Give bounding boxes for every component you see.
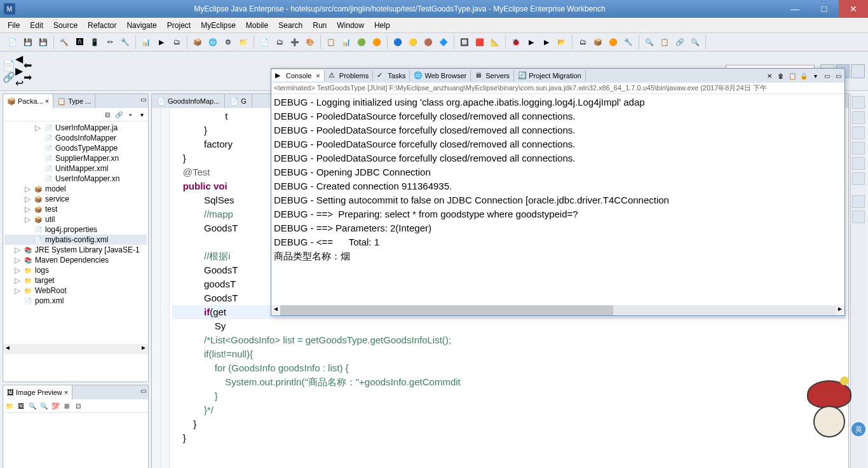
expand-icon[interactable]: ▷ (25, 184, 31, 193)
tool-icon[interactable]: 📄 (257, 35, 271, 49)
link-editor-icon[interactable]: 🔗 (114, 109, 124, 120)
tool-icon[interactable]: ⚙ (221, 35, 235, 49)
tool-icon[interactable]: 🗂 (170, 35, 184, 49)
tool-icon[interactable]: 🟡 (406, 35, 420, 49)
tool-icon[interactable]: 📊 (339, 35, 353, 49)
expand-icon[interactable]: ▷ (15, 266, 21, 275)
tree-scrollbar[interactable]: ◄► (3, 344, 148, 354)
tool-icon[interactable]: 🟥 (473, 35, 487, 49)
package-tree[interactable]: ▷📄UserInfoMapper.ja 📄GoodsInfoMapper 📄Go… (3, 121, 148, 344)
new-button[interactable]: 📄 (6, 35, 20, 49)
tree-item[interactable]: 📄pom.xml (4, 296, 147, 306)
tree-item[interactable]: 📄mybatis-config.xml (4, 235, 147, 245)
package-icon[interactable]: 📦 (191, 35, 205, 49)
tree-item[interactable]: 📄log4j.properties (4, 224, 147, 235)
editor-gutter[interactable] (152, 108, 170, 468)
tab-console[interactable]: ▶Console× (271, 70, 325, 81)
pencil-icon[interactable]: ✏ (103, 35, 117, 49)
tree-item[interactable]: 📄UserInfoMapper.xn (4, 174, 147, 184)
tree-item[interactable]: ▷📚Maven Dependencies (4, 255, 147, 265)
tool-icon[interactable]: 📄 (3, 59, 15, 71)
tool-icon[interactable]: 🔨 (57, 35, 71, 49)
tool-icon[interactable]: 📋 (658, 35, 672, 49)
tool-icon[interactable]: 🟤 (421, 35, 435, 49)
tree-item[interactable]: 📄SupplierMapper.xn (4, 153, 147, 163)
expand-icon[interactable]: ▷ (15, 286, 21, 295)
minimize-button[interactable]: — (780, 0, 810, 18)
perspective-button[interactable] (851, 64, 865, 78)
expand-icon[interactable]: ▷ (15, 245, 21, 254)
tool-icon[interactable]: ▶ (15, 65, 24, 77)
minimize-view-icon[interactable]: ▭ (138, 385, 148, 396)
tool-icon[interactable]: 🟢 (355, 35, 369, 49)
tree-item[interactable]: ▷📦service (4, 194, 147, 204)
tool-icon[interactable]: 🔍 (688, 35, 702, 49)
tool-icon[interactable]: 📁 (236, 35, 250, 49)
tab-servers[interactable]: 🖥Servers (471, 70, 514, 81)
tab-type-hierarchy[interactable]: 📋 Type ... (53, 94, 95, 108)
tool-icon[interactable]: 📦 (591, 35, 605, 49)
maximize-button[interactable]: □ (810, 0, 839, 18)
menu-project[interactable]: Project (162, 20, 196, 31)
close-icon[interactable]: × (45, 97, 49, 105)
console-tool-icon[interactable]: 🔒 (799, 71, 809, 81)
save-all-button[interactable]: 💾 (36, 35, 50, 49)
minimize-view-icon[interactable]: ▭ (138, 94, 148, 104)
tool-icon[interactable]: ▶ (539, 35, 553, 49)
menu-source[interactable]: Source (48, 20, 83, 31)
console-tool-icon[interactable]: 📋 (787, 71, 797, 81)
zoom-out-icon[interactable]: 🔍 (39, 401, 49, 411)
console-output[interactable]: DEBUG - Logging initialized using 'class… (271, 94, 844, 305)
tab-tasks[interactable]: ✓Tasks (373, 70, 410, 81)
tool-icon[interactable]: ↩ (15, 77, 24, 89)
zoom-100-icon[interactable]: 💯 (50, 401, 60, 411)
close-button[interactable]: ✕ (839, 0, 868, 18)
close-icon[interactable]: × (64, 389, 68, 396)
console-scrollbar[interactable]: ◄ ► (271, 305, 844, 315)
right-tool-icon[interactable] (852, 172, 865, 185)
menu-refactor[interactable]: Refactor (83, 20, 121, 31)
tool-icon[interactable]: ◀ (15, 53, 24, 65)
expand-icon[interactable]: ▷ (15, 256, 21, 265)
tool-icon[interactable]: 🟠 (606, 35, 620, 49)
save-button[interactable]: 💾 (21, 35, 35, 49)
menu-myeclipse[interactable]: MyEclipse (196, 20, 241, 31)
editor-tab[interactable]: 📄 GoodsInfoMap... (152, 94, 225, 108)
menu-help[interactable]: Help (369, 20, 395, 31)
tree-item[interactable]: ▷📄UserInfoMapper.ja (4, 123, 147, 133)
menu-icon[interactable]: ▾ (137, 109, 147, 120)
right-tool-icon[interactable] (852, 96, 865, 109)
tool-icon[interactable]: 🖼 (16, 401, 26, 411)
menu-edit[interactable]: Edit (25, 20, 48, 31)
tab-problems[interactable]: ⚠Problems (325, 70, 373, 81)
tool-icon[interactable]: 🎨 (303, 35, 317, 49)
tool-icon[interactable]: 🗂 (576, 35, 590, 49)
expand-icon[interactable]: ▷ (35, 123, 41, 132)
tool-icon[interactable]: 🔵 (391, 35, 405, 49)
back-button[interactable]: ⬅ (24, 59, 32, 71)
tree-item[interactable]: 📄GoodsInfoMapper (4, 133, 147, 143)
expand-icon[interactable]: ▷ (25, 195, 31, 203)
tab-project-migration[interactable]: 🔄Project Migration (514, 70, 586, 81)
tool-icon[interactable]: 📐 (488, 35, 502, 49)
tool-icon[interactable]: 🔲 (458, 35, 471, 49)
tool-icon[interactable]: 🔗 (673, 35, 687, 49)
right-tool-icon[interactable] (852, 210, 865, 223)
tool-icon[interactable]: 📋 (324, 35, 338, 49)
tool-icon[interactable]: 🟠 (370, 35, 384, 49)
tool-icon[interactable]: 📊 (139, 35, 153, 49)
zoom-in-icon[interactable]: 🔍 (27, 401, 37, 411)
tool-icon[interactable]: 📁 (4, 401, 15, 411)
tool-icon[interactable]: 🅰 (72, 35, 86, 49)
tree-item[interactable]: ▷📁WebRoot (4, 286, 147, 296)
right-tool-icon[interactable] (852, 127, 865, 139)
console-tool-icon[interactable]: ✕ (764, 71, 775, 81)
tree-item[interactable]: 📄GoodsTypeMappe (4, 143, 147, 153)
globe-icon[interactable]: 🌐 (206, 35, 220, 49)
tree-item[interactable]: ▷📚JRE System Library [JavaSE-1 (4, 245, 147, 255)
menu-mobile[interactable]: Mobile (241, 20, 273, 31)
tree-item[interactable]: ▷📁target (4, 275, 147, 286)
expand-icon[interactable]: ▷ (25, 205, 31, 214)
tool-icon[interactable]: ⊡ (73, 401, 83, 411)
tree-item[interactable]: ▷📁logs (4, 265, 147, 275)
